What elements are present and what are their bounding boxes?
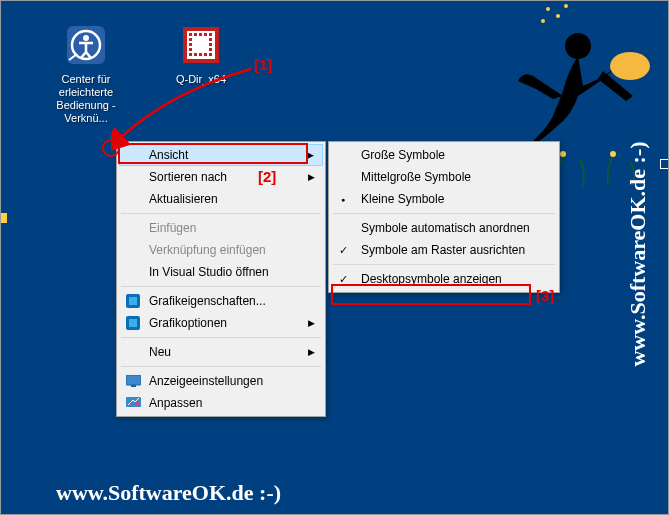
svg-rect-24 [189, 43, 192, 46]
menu-separator [121, 366, 321, 367]
svg-rect-21 [209, 33, 212, 36]
submenu-item-auto-anordnen[interactable]: Symbole automatisch anordnen [331, 217, 557, 239]
menu-item-visual-studio[interactable]: In Visual Studio öffnen [119, 261, 323, 283]
menu-item-aktualisieren[interactable]: Aktualisieren [119, 188, 323, 210]
svg-rect-37 [126, 375, 141, 385]
menu-item-grafikeigenschaften[interactable]: Grafikeigenschaften... [119, 290, 323, 312]
menu-item-einfuegen: Einfügen [119, 217, 323, 239]
intel-icon [125, 315, 141, 331]
menu-label: Kleine Symbole [361, 192, 444, 206]
menu-label: Anpassen [149, 396, 202, 410]
menu-label: Verknüpfung einfügen [149, 243, 266, 257]
menu-label: Einfügen [149, 221, 196, 235]
svg-rect-28 [189, 53, 192, 56]
annotation-1: [1] [254, 56, 272, 73]
menu-item-grafikoptionen[interactable]: Grafikoptionen ▶ [119, 312, 323, 334]
svg-rect-29 [194, 53, 197, 56]
svg-point-1 [610, 52, 650, 80]
submenu-item-mittelgrosse-symbole[interactable]: Mittelgroße Symbole [331, 166, 557, 188]
submenu-arrow-icon: ▶ [308, 318, 315, 328]
ease-of-access-icon [62, 21, 110, 69]
desktop-context-menu: Ansicht ▶ Sortieren nach ▶ Aktualisieren… [116, 141, 326, 417]
svg-point-40 [135, 402, 139, 406]
display-icon [125, 373, 141, 389]
svg-rect-34 [129, 297, 137, 305]
menu-separator [121, 337, 321, 338]
menu-label: Symbole automatisch anordnen [361, 221, 530, 235]
svg-point-14 [83, 35, 89, 41]
svg-rect-31 [204, 53, 207, 56]
svg-rect-38 [131, 385, 136, 387]
svg-point-11 [610, 151, 616, 157]
svg-rect-36 [129, 319, 137, 327]
menu-label: Mittelgroße Symbole [361, 170, 471, 184]
menu-label: Anzeigeeinstellungen [149, 374, 263, 388]
menu-label: Desktopsymbole anzeigen [361, 272, 502, 286]
menu-label: Große Symbole [361, 148, 445, 162]
menu-label: Grafikeigenschaften... [149, 294, 266, 308]
svg-point-5 [564, 4, 568, 8]
svg-rect-32 [209, 53, 212, 56]
submenu-arrow-icon: ▶ [308, 347, 315, 357]
submenu-arrow-icon: ▶ [308, 172, 315, 182]
submenu-arrow-icon: ▶ [307, 150, 314, 160]
svg-point-0 [565, 33, 591, 59]
menu-item-anzeigeeinstellungen[interactable]: Anzeigeeinstellungen [119, 370, 323, 392]
menu-label: Grafikoptionen [149, 316, 227, 330]
desktop-icon-qdir[interactable]: Q-Dir_x64 [156, 21, 246, 86]
svg-rect-20 [204, 33, 207, 36]
svg-point-2 [546, 7, 550, 11]
desktop-icon-label: Center für erleichterte Bedienung - Verk… [41, 73, 131, 125]
menu-label: Neu [149, 345, 171, 359]
menu-separator [121, 213, 321, 214]
svg-rect-18 [194, 33, 197, 36]
menu-separator [333, 213, 555, 214]
personalize-icon [125, 395, 141, 411]
menu-label: Sortieren nach [149, 170, 227, 184]
submenu-item-raster-ausrichten[interactable]: ✓ Symbole am Raster ausrichten [331, 239, 557, 261]
menu-item-anpassen[interactable]: Anpassen [119, 392, 323, 414]
menu-separator [333, 264, 555, 265]
svg-point-3 [556, 14, 560, 18]
menu-item-ansicht[interactable]: Ansicht ▶ [119, 144, 323, 166]
menu-item-neu[interactable]: Neu ▶ [119, 341, 323, 363]
menu-separator [121, 286, 321, 287]
svg-rect-25 [209, 43, 212, 46]
submenu-item-kleine-symbole[interactable]: ● Kleine Symbole [331, 188, 557, 210]
svg-rect-19 [199, 33, 202, 36]
svg-rect-22 [189, 38, 192, 41]
menu-item-sortieren[interactable]: Sortieren nach ▶ [119, 166, 323, 188]
submenu-item-grosse-symbole[interactable]: Große Symbole [331, 144, 557, 166]
menu-label: In Visual Studio öffnen [149, 265, 269, 279]
watermark-bottom: www.SoftwareOK.de :-) [56, 480, 281, 506]
svg-rect-26 [189, 48, 192, 51]
decoration [1, 213, 7, 223]
svg-rect-30 [199, 53, 202, 56]
check-icon: ✓ [339, 244, 348, 257]
svg-point-4 [541, 19, 545, 23]
qdir-icon [177, 21, 225, 69]
intel-icon [125, 293, 141, 309]
desktop-icon-label: Q-Dir_x64 [156, 73, 246, 86]
svg-rect-23 [209, 38, 212, 41]
watermark-right: www.SoftwareOK.de :-) [624, 141, 650, 366]
ansicht-submenu: Große Symbole Mittelgroße Symbole ● Klei… [328, 141, 560, 293]
menu-item-verknuepfung-einfuegen: Verknüpfung einfügen [119, 239, 323, 261]
svg-point-10 [560, 151, 566, 157]
check-icon: ✓ [339, 273, 348, 286]
menu-label: Ansicht [149, 148, 188, 162]
desktop-icon-ease-of-access[interactable]: Center für erleichterte Bedienung - Verk… [41, 21, 131, 125]
svg-rect-27 [209, 48, 212, 51]
menu-label: Aktualisieren [149, 192, 218, 206]
submenu-item-desktopsymbole-anzeigen[interactable]: ✓ Desktopsymbole anzeigen [331, 268, 557, 290]
svg-rect-17 [189, 33, 192, 36]
decoration [660, 159, 669, 169]
bullet-icon: ● [341, 196, 345, 203]
menu-label: Symbole am Raster ausrichten [361, 243, 525, 257]
